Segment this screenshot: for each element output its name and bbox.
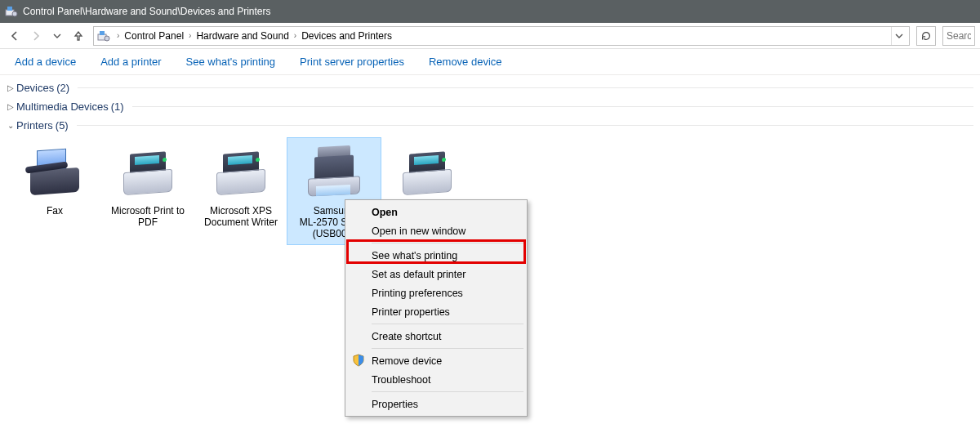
chevron-right-icon[interactable]: › bbox=[114, 31, 122, 40]
svg-rect-4 bbox=[100, 31, 105, 35]
printer-item-microsoft-print-to-pdf[interactable]: Microsoft Print to PDF bbox=[101, 138, 194, 244]
chevron-right-icon[interactable]: › bbox=[185, 31, 194, 40]
annotation-highlight bbox=[346, 239, 526, 264]
group-header-multimedia[interactable]: ▷ Multimedia Devices (1) bbox=[0, 97, 980, 116]
ctx-label: Properties bbox=[372, 399, 418, 410]
ctx-printer-properties[interactable]: Printer properties bbox=[347, 302, 525, 321]
group-label: Devices bbox=[16, 82, 54, 94]
address-bar[interactable]: › Control Panel › Hardware and Sound › D… bbox=[93, 26, 910, 46]
printer-icon bbox=[208, 141, 274, 200]
group-count: (1) bbox=[111, 100, 124, 113]
divider bbox=[132, 106, 973, 107]
ctx-troubleshoot[interactable]: Troubleshoot bbox=[347, 370, 525, 389]
printer-item-microsoft-xps[interactable]: Microsoft XPS Document Writer bbox=[194, 138, 287, 244]
back-button[interactable] bbox=[5, 26, 24, 46]
ctx-label: Printer properties bbox=[372, 306, 450, 318]
chevron-down-icon: ⌄ bbox=[5, 121, 16, 130]
see-whats-printing-button[interactable]: See what's printing bbox=[183, 52, 278, 71]
print-server-properties-button[interactable]: Print server properties bbox=[296, 52, 408, 71]
devices-printers-icon bbox=[5, 5, 18, 18]
ctx-label: Open in new window bbox=[372, 225, 466, 237]
chevron-right-icon[interactable]: › bbox=[291, 31, 300, 40]
add-printer-button[interactable]: Add a printer bbox=[97, 52, 164, 71]
breadcrumb-item[interactable]: Devices and Printers bbox=[300, 30, 394, 42]
ctx-label: Printing preferences bbox=[372, 288, 463, 299]
group-header-devices[interactable]: ▷ Devices (2) bbox=[0, 78, 980, 97]
titlebar: Control Panel\Hardware and Sound\Devices… bbox=[0, 0, 980, 23]
chevron-right-icon: ▷ bbox=[5, 102, 16, 111]
fax-icon bbox=[22, 141, 87, 200]
item-label: Microsoft Print to PDF bbox=[103, 205, 193, 228]
ctx-set-default-printer[interactable]: Set as default printer bbox=[347, 265, 525, 283]
nav-row: › Control Panel › Hardware and Sound › D… bbox=[0, 23, 980, 49]
svg-point-2 bbox=[12, 11, 17, 16]
item-label: Fax bbox=[10, 205, 100, 216]
breadcrumb-item[interactable]: Hardware and Sound bbox=[194, 30, 290, 42]
printer-icon bbox=[394, 141, 460, 200]
divider bbox=[78, 87, 973, 88]
ctx-label: Remove device bbox=[372, 355, 442, 367]
divider bbox=[372, 348, 523, 349]
printer-icon bbox=[115, 141, 180, 200]
group-header-printers[interactable]: ⌄ Printers (5) bbox=[0, 116, 980, 135]
divider bbox=[372, 324, 523, 324]
ctx-label: Create shortcut bbox=[372, 331, 441, 342]
refresh-button[interactable] bbox=[916, 26, 936, 46]
chevron-right-icon: ▷ bbox=[5, 83, 16, 92]
svg-rect-1 bbox=[7, 7, 12, 11]
ctx-label: Set as default printer bbox=[372, 269, 466, 280]
search-input[interactable] bbox=[945, 29, 973, 42]
item-label: Microsoft XPS Document Writer bbox=[196, 205, 286, 228]
devices-printers-icon bbox=[97, 29, 110, 42]
remove-device-button[interactable]: Remove device bbox=[425, 52, 506, 71]
context-menu: Open Open in new window See what's print… bbox=[345, 199, 528, 417]
group-label: Multimedia Devices bbox=[16, 100, 109, 113]
ctx-open-new-window[interactable]: Open in new window bbox=[347, 221, 525, 240]
printer-item-fax[interactable]: Fax bbox=[8, 138, 101, 244]
svg-point-5 bbox=[105, 36, 109, 41]
group-count: (5) bbox=[56, 119, 69, 132]
ctx-open[interactable]: Open bbox=[347, 203, 525, 221]
divider bbox=[77, 125, 973, 126]
ctx-properties[interactable]: Properties bbox=[347, 395, 525, 413]
ctx-printing-preferences[interactable]: Printing preferences bbox=[347, 283, 525, 302]
forward-button[interactable] bbox=[26, 26, 46, 46]
titlebar-path: Control Panel\Hardware and Sound\Devices… bbox=[23, 6, 271, 17]
multifunction-printer-icon bbox=[301, 141, 367, 200]
group-label: Printers bbox=[16, 119, 53, 132]
address-dropdown-button[interactable] bbox=[891, 27, 906, 45]
shield-icon bbox=[352, 354, 365, 369]
ctx-label: Troubleshoot bbox=[372, 374, 431, 386]
add-device-button[interactable]: Add a device bbox=[11, 52, 79, 71]
recent-locations-button[interactable] bbox=[47, 26, 67, 46]
breadcrumb-item[interactable]: Control Panel bbox=[122, 30, 185, 42]
ctx-label: Open bbox=[372, 207, 398, 218]
search-box[interactable] bbox=[942, 26, 975, 46]
divider bbox=[372, 391, 523, 392]
ctx-remove-device[interactable]: Remove device bbox=[347, 351, 525, 370]
group-count: (2) bbox=[56, 82, 69, 94]
ctx-create-shortcut[interactable]: Create shortcut bbox=[347, 327, 525, 346]
command-bar: Add a device Add a printer See what's pr… bbox=[0, 49, 980, 75]
up-button[interactable] bbox=[69, 26, 88, 46]
